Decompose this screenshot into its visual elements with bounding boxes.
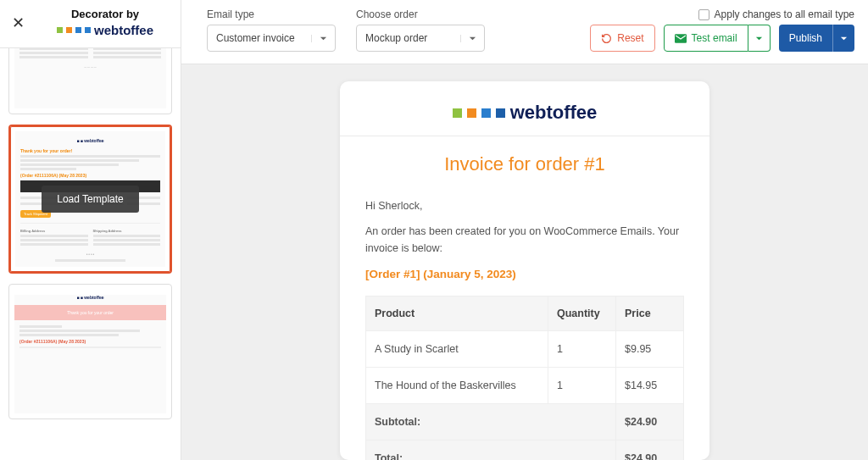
email-type-field: Email type Customer invoice — [207, 8, 336, 52]
template-card[interactable]: ■ ■ webtoffee Thank you for your order (… — [8, 284, 172, 419]
chevron-down-icon[interactable] — [460, 35, 484, 42]
email-type-value: Customer invoice — [208, 32, 311, 44]
choose-order-select[interactable]: Mockup order — [356, 25, 485, 52]
th-product: Product — [366, 296, 548, 330]
subtotal-row: Subtotal: $24.90 — [366, 403, 684, 440]
email-greeting: Hi Sherlock, — [365, 197, 684, 214]
email-intro: An order has been created for you on Woo… — [365, 223, 684, 257]
checkbox-icon[interactable] — [698, 9, 709, 20]
main-area: Apply changes to all email type Email ty… — [181, 0, 868, 460]
load-template-button[interactable]: Load Template — [42, 186, 139, 213]
email-body: Hi Sherlock, An order has been created f… — [365, 197, 684, 460]
test-email-button[interactable]: Test email — [664, 25, 748, 52]
chevron-down-icon[interactable] — [311, 35, 335, 42]
brand-tagline: Decorator by — [36, 8, 174, 21]
reset-button[interactable]: Reset — [590, 25, 654, 52]
mail-icon — [675, 34, 687, 43]
choose-order-label: Choose order — [356, 8, 485, 20]
publish-button[interactable]: Publish — [779, 25, 832, 52]
choose-order-value: Mockup order — [357, 32, 460, 44]
brand-name: webtoffee — [94, 23, 153, 37]
email-title: Invoice for order #1 — [365, 153, 684, 175]
chevron-down-icon — [755, 35, 763, 42]
total-row: Total: $24.90 — [366, 440, 684, 460]
template-list[interactable]: Track Shipment Billing Address Shipping … — [0, 48, 181, 460]
preview-canvas[interactable]: webtoffee Invoice for order #1 Hi Sherlo… — [181, 64, 868, 460]
chevron-down-icon — [840, 35, 848, 42]
order-table: Product Quantity Price A Study in Scarle… — [365, 296, 684, 460]
template-card[interactable]: Track Shipment Billing Address Shipping … — [8, 48, 172, 114]
email-order-link[interactable]: [Order #1] (January 5, 2023) — [365, 265, 684, 284]
publish-group: Publish — [779, 25, 854, 52]
test-email-dropdown[interactable] — [748, 25, 771, 52]
sidebar-header: ✕ Decorator by webtoffee — [0, 0, 181, 48]
brand: Decorator by webtoffee — [36, 8, 174, 37]
apply-all-label: Apply changes to all email type — [715, 8, 854, 20]
email-logo-text: webtoffee — [510, 102, 598, 124]
reset-icon — [601, 33, 612, 44]
th-qty: Quantity — [548, 296, 616, 330]
brand-logo: webtoffee — [36, 23, 174, 37]
email-logo: webtoffee — [365, 102, 684, 124]
email-type-select[interactable]: Customer invoice — [207, 25, 336, 52]
email-preview: webtoffee Invoice for order #1 Hi Sherlo… — [340, 81, 709, 460]
template-sidebar: ✕ Decorator by webtoffee — [0, 0, 181, 460]
publish-dropdown[interactable] — [832, 25, 854, 52]
choose-order-field: Choose order Mockup order — [356, 8, 485, 52]
apply-all-checkbox[interactable]: Apply changes to all email type — [698, 8, 854, 20]
test-email-group: Test email — [664, 25, 771, 52]
email-type-label: Email type — [207, 8, 336, 20]
close-icon[interactable]: ✕ — [7, 10, 30, 36]
template-card-selected[interactable]: ■ ■ webtoffee Thank you for your order! … — [8, 125, 172, 274]
th-price: Price — [616, 296, 684, 330]
table-row: A Study in Scarlet 1 $9.95 — [366, 330, 684, 367]
table-row: The Hound of the Baskervilles 1 $14.95 — [366, 367, 684, 403]
